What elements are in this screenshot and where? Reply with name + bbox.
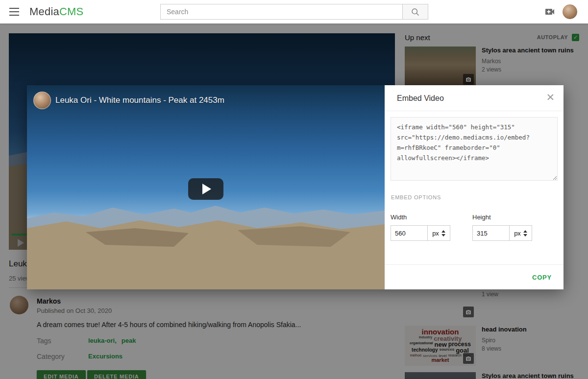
logo-text-media: Media xyxy=(29,5,59,18)
width-label: Width xyxy=(391,213,472,221)
search-icon xyxy=(411,7,420,17)
preview-author-avatar[interactable] xyxy=(33,92,51,109)
close-icon[interactable]: ✕ xyxy=(545,91,556,103)
height-label: Height xyxy=(472,213,554,221)
width-unit-select[interactable]: px xyxy=(428,225,450,241)
preview-video-title[interactable]: Leuka Ori - White mountains - Peak at 24… xyxy=(55,95,224,105)
logo-text-cms: CMS xyxy=(59,5,84,18)
height-unit-select[interactable]: px xyxy=(510,225,532,241)
embed-panel: Embed Video ✕ <iframe width="560" height… xyxy=(385,85,564,289)
logo[interactable]: MediaCMS xyxy=(29,5,83,18)
height-input[interactable] xyxy=(472,225,510,241)
preview-play-button[interactable] xyxy=(188,178,223,200)
upload-media-button[interactable] xyxy=(544,6,556,20)
menu-icon[interactable] xyxy=(9,8,19,16)
stepper-arrows-icon xyxy=(441,230,445,237)
embed-video-modal: Leuka Ori - White mountains - Peak at 24… xyxy=(27,85,564,289)
search-button[interactable] xyxy=(402,4,428,20)
search-input[interactable] xyxy=(160,4,402,20)
video-camera-plus-icon xyxy=(544,6,556,18)
stepper-arrows-icon xyxy=(523,230,527,237)
copy-button[interactable]: COPY xyxy=(532,274,552,281)
embed-options-label: EMBED OPTIONS xyxy=(391,194,558,200)
user-avatar[interactable] xyxy=(563,4,577,19)
modal-title: Embed Video xyxy=(397,94,444,103)
top-bar: MediaCMS xyxy=(0,0,588,24)
embed-preview-player[interactable]: Leuka Ori - White mountains - Peak at 24… xyxy=(27,85,385,289)
embed-code-textarea[interactable]: <iframe width="560" height="315" src="ht… xyxy=(391,117,558,181)
width-input[interactable] xyxy=(391,225,428,241)
play-icon xyxy=(202,184,211,194)
